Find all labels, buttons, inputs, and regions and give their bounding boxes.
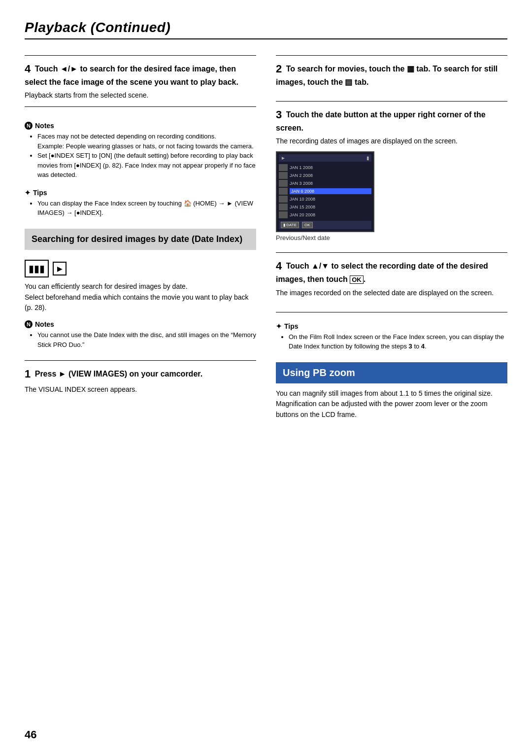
date-text-7: JAN 20 2008	[290, 212, 315, 217]
step4-left-heading-text: Touch ◄/► to search for the desired face…	[25, 65, 238, 86]
step1-heading: 1 Press ► (VIEW IMAGES) on your camcorde…	[25, 367, 256, 382]
step-1-block: 1 Press ► (VIEW IMAGES) on your camcorde…	[25, 367, 256, 398]
thumb-1	[279, 164, 288, 171]
date-screen-mockup: ► ▮ JAN 1 2008 JAN 2 2008	[276, 151, 374, 232]
thumb-6	[279, 204, 288, 210]
notes-1-label: N Notes	[25, 122, 256, 130]
ok-btn: OK	[302, 222, 313, 228]
step4-right-heading-text: Touch ▲/▼ to select the recording date o…	[276, 262, 488, 283]
thumb-7	[279, 211, 288, 218]
tips-1-item-1: You can display the Face Index screen by…	[37, 199, 256, 218]
notes-2-label: N Notes	[25, 320, 256, 328]
screen-row-5: JAN 10 2008	[279, 196, 371, 203]
step-3-block: 3 Touch the date button at the upper rig…	[276, 107, 507, 241]
two-column-layout: 4 Touch ◄/► to search for the desired fa…	[25, 49, 507, 731]
play-icon: ▶	[53, 262, 66, 275]
notes-2-content: You cannot use the Date Index with the d…	[25, 330, 256, 349]
tips-2-item-1: On the Film Roll Index screen or the Fac…	[289, 332, 507, 351]
notes-1-block: N Notes Faces may not be detected depend…	[25, 122, 256, 180]
step4-left-number: 4	[25, 63, 31, 75]
page-number: 46	[25, 728, 36, 741]
divider-after-step2	[276, 101, 507, 102]
notes-2-title: Notes	[35, 320, 54, 328]
tips-icon-2: ✦	[276, 322, 282, 330]
divider-after-step4-left	[25, 106, 256, 107]
step3-heading-text: Touch the date button at the upper right…	[276, 110, 486, 132]
screen-top-bar: ► ▮	[279, 154, 371, 162]
tips-1-content: You can display the Face Index screen by…	[25, 199, 256, 218]
step4-right-heading: 4 Touch ▲/▼ to select the recording date…	[276, 259, 507, 285]
divider-before-step1	[25, 360, 256, 361]
thumb-5	[279, 196, 288, 203]
page-header: Playback (Continued)	[25, 20, 507, 39]
tips-2-label: ✦ Tips	[276, 322, 507, 330]
note-2-item-1: You cannot use the Date Index with the d…	[37, 330, 256, 349]
screen-row-4: JAN 6 2008	[279, 188, 371, 195]
date-index-description: You can efficiently search for desired i…	[25, 281, 256, 313]
notes-1-content: Faces may not be detected depending on r…	[25, 132, 256, 180]
notes-1-title: Notes	[35, 122, 54, 130]
step2-number: 2	[276, 63, 282, 75]
date-index-section-box: Searching for desired images by date (Da…	[25, 229, 256, 250]
date-text-5: JAN 10 2008	[290, 197, 315, 202]
tips-icon-1: ✦	[25, 189, 31, 197]
date-text-2: JAN 2 2008	[290, 173, 313, 178]
divider-after-step4-right	[276, 312, 507, 312]
notes-2-block: N Notes You cannot use the Date Index wi…	[25, 320, 256, 349]
step-4-left: 4 Touch ◄/► to search for the desired fa…	[25, 49, 256, 113]
step-2-block: 2 To search for movies, touch the ▦ tab.…	[276, 49, 507, 90]
tips-1-title: Tips	[33, 189, 47, 197]
tips-2-block: ✦ Tips On the Film Roll Index screen or …	[276, 322, 507, 351]
screen-row-2: JAN 2 2008	[279, 172, 371, 179]
page-container: Playback (Continued) 4 Touch ◄/► to sear…	[0, 0, 532, 756]
screen-bottom-bar: ▮ DATE OK	[279, 221, 371, 229]
step4-left-heading: 4 Touch ◄/► to search for the desired fa…	[25, 62, 256, 88]
screen-row-7: JAN 20 2008	[279, 211, 371, 218]
screen-row-1: JAN 1 2008	[279, 164, 371, 171]
screen-row-6: JAN 15 2008	[279, 204, 371, 210]
date-btn: ▮ DATE	[281, 222, 299, 228]
step1-body: The VISUAL INDEX screen appears.	[25, 384, 256, 395]
divider-after-step3	[276, 252, 507, 253]
screen-date-list: JAN 1 2008 JAN 2 2008 JAN 3 2008 JA	[279, 163, 371, 219]
note-1-item-2: Set [●INDEX SET] to [ON] (the default se…	[37, 151, 256, 180]
thumb-4	[279, 188, 288, 195]
date-text-1: JAN 1 2008	[290, 165, 313, 170]
date-index-icon-row: ▮▮▮ ▶	[25, 260, 256, 277]
step4-right-number: 4	[276, 260, 282, 272]
step3-body: The recording dates of images are displa…	[276, 136, 507, 146]
date-text-6: JAN 15 2008	[290, 205, 315, 209]
date-index-section-title: Searching for desired images by date (Da…	[32, 234, 249, 245]
tips-2-title: Tips	[284, 322, 299, 330]
note-1-item-1: Faces may not be detected depending on r…	[37, 132, 256, 151]
thumb-3	[279, 180, 288, 187]
left-column: 4 Touch ◄/► to search for the desired fa…	[25, 49, 256, 731]
note-icon-1: N	[25, 122, 33, 130]
step1-number: 1	[25, 368, 31, 380]
tips-1-label: ✦ Tips	[25, 189, 256, 197]
thumb-2	[279, 172, 288, 179]
pb-zoom-body: You can magnify still images from about …	[276, 388, 507, 420]
date-text-highlighted: JAN 6 2008	[290, 188, 371, 194]
screen-menu-icon: ►	[281, 155, 286, 161]
divider-top-left	[25, 55, 256, 56]
note-icon-2: N	[25, 320, 33, 328]
divider-top-right	[276, 55, 507, 56]
screen-caption: Previous/Next date	[276, 234, 507, 241]
pb-zoom-section-box: Using PB zoom	[276, 362, 507, 383]
step1-heading-text: Press ► (VIEW IMAGES) on your camcorder.	[35, 370, 202, 378]
screen-row-3: JAN 3 2008	[279, 180, 371, 187]
screen-camera-icon: ▮	[366, 155, 369, 161]
right-column: 2 To search for movies, touch the ▦ tab.…	[276, 49, 507, 731]
step3-heading: 3 Touch the date button at the upper rig…	[276, 107, 507, 134]
tips-1-block: ✦ Tips You can display the Face Index sc…	[25, 189, 256, 218]
film-roll-icon: ▮▮▮	[25, 260, 49, 277]
date-text-3: JAN 3 2008	[290, 181, 313, 186]
step4-left-body: Playback starts from the selected scene.	[25, 90, 256, 101]
step2-heading: 2 To search for movies, touch the ▦ tab.…	[276, 62, 507, 88]
tips-2-content: On the Film Roll Index screen or the Fac…	[276, 332, 507, 351]
step-4-right-block: 4 Touch ▲/▼ to select the recording date…	[276, 259, 507, 301]
pb-zoom-section-title: Using PB zoom	[283, 367, 500, 378]
step3-number: 3	[276, 108, 282, 121]
step4-right-body: The images recorded on the selected date…	[276, 288, 507, 298]
